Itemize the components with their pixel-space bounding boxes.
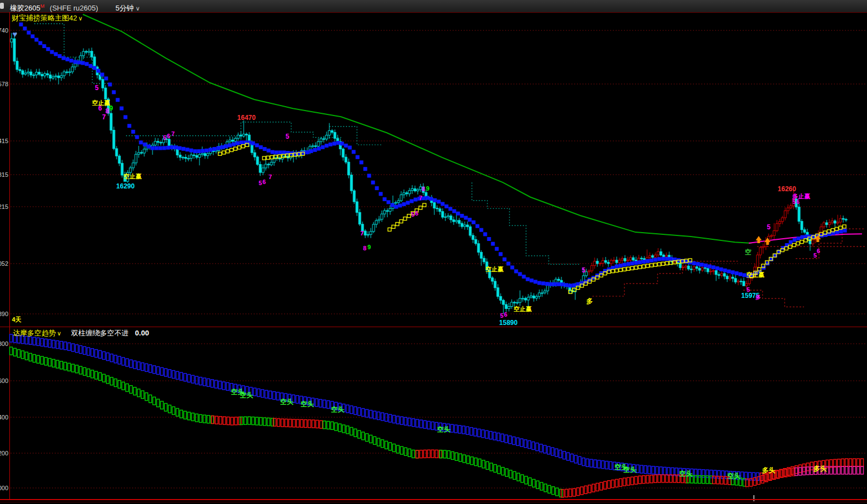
svg-text:9: 9: [109, 104, 113, 112]
menu-stub-icon: [0, 3, 4, 9]
svg-text:5: 5: [286, 133, 290, 140]
window-bottom-border: [0, 499, 867, 500]
svg-text:8: 8: [363, 245, 366, 251]
symbol-flag: M: [40, 3, 45, 9]
svg-text:215: 215: [0, 203, 8, 210]
chevron-down-icon[interactable]: ∨: [57, 330, 61, 337]
svg-text:5: 5: [259, 180, 262, 186]
svg-text:5: 5: [95, 84, 99, 92]
svg-text:多: 多: [586, 297, 593, 305]
svg-text:6: 6: [167, 133, 170, 139]
svg-text:多: 多: [755, 294, 761, 300]
svg-text:8: 8: [422, 186, 425, 192]
sub-indicator-subtitle: 双柱缠绕多空不进: [71, 329, 129, 337]
symbol-code: (SHFE ru2605): [50, 4, 98, 12]
svg-text:6: 6: [504, 311, 507, 318]
svg-text:5: 5: [792, 199, 796, 205]
svg-text:16470: 16470: [237, 114, 256, 122]
svg-text:6: 6: [415, 210, 418, 217]
svg-text:415: 415: [0, 138, 8, 144]
svg-text:890: 890: [0, 311, 8, 317]
svg-text:15890: 15890: [499, 319, 518, 327]
svg-text:740: 740: [0, 27, 8, 34]
svg-text:315: 315: [0, 171, 8, 178]
svg-text:400: 400: [0, 414, 8, 421]
svg-text:9: 9: [367, 244, 371, 250]
svg-text:9: 9: [426, 185, 429, 192]
svg-text:空头: 空头: [437, 426, 450, 433]
sub-indicator-label: 达摩多空趋势: [13, 329, 56, 337]
svg-text:6: 6: [796, 199, 800, 205]
sub-indicator-value: 0.00: [135, 329, 149, 337]
svg-text:5: 5: [411, 211, 414, 218]
svg-text:6: 6: [262, 179, 266, 185]
sub-indicator-chart[interactable]: 800600400200000空头空头空头空头空头空头空头空头空头空头多头多头: [0, 327, 867, 502]
main-indicator-label: 财宝捕捞策略主图42: [12, 14, 77, 22]
svg-text:5: 5: [767, 223, 771, 231]
main-price-chart[interactable]: 740578415315215052890♥空止赢56879空止赢1629056…: [0, 12, 867, 327]
svg-text:800: 800: [0, 340, 8, 347]
svg-text:空头: 空头: [727, 472, 740, 480]
svg-text:200: 200: [0, 450, 8, 456]
chevron-down-icon[interactable]: ∨: [135, 5, 140, 12]
svg-text:052: 052: [0, 260, 8, 267]
svg-text:空头: 空头: [679, 470, 692, 477]
main-indicator-title[interactable]: 财宝捕捞策略主图42∨: [12, 13, 83, 23]
trading-app-window: { "topbar": { "symbol": "橡胶2605", "super…: [0, 0, 867, 504]
svg-text:000: 000: [0, 485, 8, 491]
svg-text:空头: 空头: [240, 391, 253, 399]
svg-text:7: 7: [102, 113, 106, 121]
svg-text:多头: 多头: [762, 466, 775, 474]
svg-text:空止赢: 空止赢: [486, 266, 504, 272]
svg-text:空: 空: [745, 248, 752, 256]
svg-text:多头: 多头: [813, 465, 827, 473]
chevron-down-icon[interactable]: ∨: [78, 15, 82, 22]
symbol-name[interactable]: 橡胶2605: [10, 4, 40, 12]
svg-text:5: 5: [500, 312, 503, 319]
top-bar: 橡胶2605M (SHFE ru2605) 5分钟∨: [0, 0, 867, 13]
svg-text:16260: 16260: [777, 185, 796, 193]
svg-text:4天: 4天: [12, 316, 22, 323]
svg-text:7: 7: [360, 230, 364, 237]
svg-text:7: 7: [419, 195, 422, 201]
svg-text:7: 7: [171, 130, 175, 137]
panel-divider[interactable]: [0, 327, 867, 327]
svg-text:空止赢: 空止赢: [514, 306, 532, 312]
svg-text:♥: ♥: [13, 29, 18, 39]
svg-text:8: 8: [106, 107, 109, 115]
svg-text:5: 5: [163, 134, 166, 141]
svg-text:空头: 空头: [623, 466, 637, 474]
svg-text:空止赢: 空止赢: [747, 271, 765, 278]
svg-text:5: 5: [813, 252, 817, 259]
svg-text:6: 6: [817, 248, 820, 254]
svg-text:空头: 空头: [280, 398, 293, 406]
period-selector[interactable]: 5分钟: [115, 4, 134, 12]
svg-text:600: 600: [0, 377, 8, 384]
svg-text:578: 578: [0, 81, 8, 87]
svg-text:空头: 空头: [301, 400, 314, 408]
svg-text:7: 7: [269, 174, 272, 180]
svg-text:空止赢: 空止赢: [124, 173, 142, 180]
window-bottom-edge: [0, 502, 867, 502]
svg-text:空头: 空头: [331, 406, 344, 413]
svg-text:6: 6: [98, 104, 102, 112]
svg-text:16290: 16290: [116, 182, 135, 190]
svg-text:5: 5: [582, 266, 586, 274]
sub-indicator-header[interactable]: 达摩多空趋势∨ 双柱缠绕多空不进 0.00: [13, 328, 149, 338]
